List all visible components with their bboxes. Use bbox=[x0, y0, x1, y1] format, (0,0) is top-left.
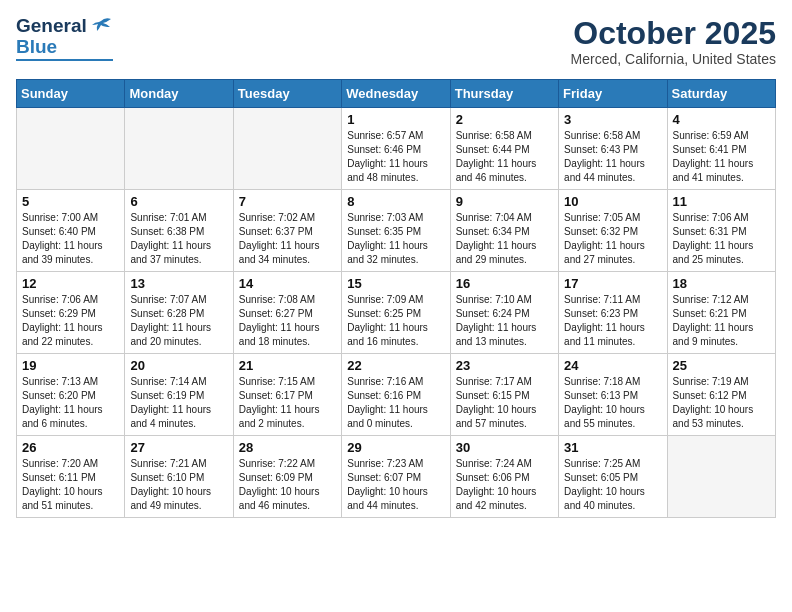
day-number: 3 bbox=[564, 112, 661, 127]
day-info: Sunrise: 7:25 AM Sunset: 6:05 PM Dayligh… bbox=[564, 457, 661, 513]
calendar-cell: 1Sunrise: 6:57 AM Sunset: 6:46 PM Daylig… bbox=[342, 108, 450, 190]
day-number: 12 bbox=[22, 276, 119, 291]
day-number: 14 bbox=[239, 276, 336, 291]
calendar-body: 1Sunrise: 6:57 AM Sunset: 6:46 PM Daylig… bbox=[17, 108, 776, 518]
calendar-cell bbox=[125, 108, 233, 190]
day-info: Sunrise: 7:21 AM Sunset: 6:10 PM Dayligh… bbox=[130, 457, 227, 513]
day-info: Sunrise: 7:16 AM Sunset: 6:16 PM Dayligh… bbox=[347, 375, 444, 431]
calendar-cell: 6Sunrise: 7:01 AM Sunset: 6:38 PM Daylig… bbox=[125, 190, 233, 272]
calendar-cell: 10Sunrise: 7:05 AM Sunset: 6:32 PM Dayli… bbox=[559, 190, 667, 272]
calendar-cell: 29Sunrise: 7:23 AM Sunset: 6:07 PM Dayli… bbox=[342, 436, 450, 518]
calendar-cell: 20Sunrise: 7:14 AM Sunset: 6:19 PM Dayli… bbox=[125, 354, 233, 436]
day-info: Sunrise: 7:13 AM Sunset: 6:20 PM Dayligh… bbox=[22, 375, 119, 431]
day-info: Sunrise: 7:00 AM Sunset: 6:40 PM Dayligh… bbox=[22, 211, 119, 267]
weekday-header-thursday: Thursday bbox=[450, 80, 558, 108]
weekday-header-saturday: Saturday bbox=[667, 80, 775, 108]
calendar-cell: 27Sunrise: 7:21 AM Sunset: 6:10 PM Dayli… bbox=[125, 436, 233, 518]
day-number: 5 bbox=[22, 194, 119, 209]
calendar-cell: 11Sunrise: 7:06 AM Sunset: 6:31 PM Dayli… bbox=[667, 190, 775, 272]
calendar-cell: 22Sunrise: 7:16 AM Sunset: 6:16 PM Dayli… bbox=[342, 354, 450, 436]
calendar-cell: 13Sunrise: 7:07 AM Sunset: 6:28 PM Dayli… bbox=[125, 272, 233, 354]
day-info: Sunrise: 7:08 AM Sunset: 6:27 PM Dayligh… bbox=[239, 293, 336, 349]
day-number: 13 bbox=[130, 276, 227, 291]
day-info: Sunrise: 7:17 AM Sunset: 6:15 PM Dayligh… bbox=[456, 375, 553, 431]
day-number: 1 bbox=[347, 112, 444, 127]
day-info: Sunrise: 7:03 AM Sunset: 6:35 PM Dayligh… bbox=[347, 211, 444, 267]
logo: General Blue bbox=[16, 16, 113, 61]
calendar-cell: 28Sunrise: 7:22 AM Sunset: 6:09 PM Dayli… bbox=[233, 436, 341, 518]
calendar-header: SundayMondayTuesdayWednesdayThursdayFrid… bbox=[17, 80, 776, 108]
location-subtitle: Merced, California, United States bbox=[571, 51, 776, 67]
month-title: October 2025 bbox=[571, 16, 776, 51]
day-number: 23 bbox=[456, 358, 553, 373]
logo-blue-text: Blue bbox=[16, 37, 57, 58]
day-number: 4 bbox=[673, 112, 770, 127]
weekday-header-tuesday: Tuesday bbox=[233, 80, 341, 108]
calendar-cell: 12Sunrise: 7:06 AM Sunset: 6:29 PM Dayli… bbox=[17, 272, 125, 354]
calendar-cell bbox=[233, 108, 341, 190]
calendar-cell: 21Sunrise: 7:15 AM Sunset: 6:17 PM Dayli… bbox=[233, 354, 341, 436]
calendar-cell: 18Sunrise: 7:12 AM Sunset: 6:21 PM Dayli… bbox=[667, 272, 775, 354]
day-info: Sunrise: 7:04 AM Sunset: 6:34 PM Dayligh… bbox=[456, 211, 553, 267]
calendar-cell bbox=[667, 436, 775, 518]
day-number: 9 bbox=[456, 194, 553, 209]
day-number: 31 bbox=[564, 440, 661, 455]
day-number: 21 bbox=[239, 358, 336, 373]
logo-general-text: General bbox=[16, 16, 87, 37]
day-info: Sunrise: 7:02 AM Sunset: 6:37 PM Dayligh… bbox=[239, 211, 336, 267]
day-number: 18 bbox=[673, 276, 770, 291]
weekday-header-monday: Monday bbox=[125, 80, 233, 108]
calendar-cell: 30Sunrise: 7:24 AM Sunset: 6:06 PM Dayli… bbox=[450, 436, 558, 518]
day-number: 7 bbox=[239, 194, 336, 209]
calendar-cell: 15Sunrise: 7:09 AM Sunset: 6:25 PM Dayli… bbox=[342, 272, 450, 354]
day-number: 15 bbox=[347, 276, 444, 291]
calendar-cell: 2Sunrise: 6:58 AM Sunset: 6:44 PM Daylig… bbox=[450, 108, 558, 190]
day-info: Sunrise: 7:01 AM Sunset: 6:38 PM Dayligh… bbox=[130, 211, 227, 267]
day-number: 28 bbox=[239, 440, 336, 455]
day-info: Sunrise: 7:05 AM Sunset: 6:32 PM Dayligh… bbox=[564, 211, 661, 267]
day-info: Sunrise: 7:15 AM Sunset: 6:17 PM Dayligh… bbox=[239, 375, 336, 431]
day-info: Sunrise: 7:19 AM Sunset: 6:12 PM Dayligh… bbox=[673, 375, 770, 431]
day-number: 29 bbox=[347, 440, 444, 455]
calendar-cell: 9Sunrise: 7:04 AM Sunset: 6:34 PM Daylig… bbox=[450, 190, 558, 272]
calendar-cell: 26Sunrise: 7:20 AM Sunset: 6:11 PM Dayli… bbox=[17, 436, 125, 518]
calendar-cell bbox=[17, 108, 125, 190]
day-number: 24 bbox=[564, 358, 661, 373]
calendar-cell: 14Sunrise: 7:08 AM Sunset: 6:27 PM Dayli… bbox=[233, 272, 341, 354]
calendar-cell: 19Sunrise: 7:13 AM Sunset: 6:20 PM Dayli… bbox=[17, 354, 125, 436]
calendar-cell: 25Sunrise: 7:19 AM Sunset: 6:12 PM Dayli… bbox=[667, 354, 775, 436]
day-info: Sunrise: 7:06 AM Sunset: 6:31 PM Dayligh… bbox=[673, 211, 770, 267]
day-info: Sunrise: 7:23 AM Sunset: 6:07 PM Dayligh… bbox=[347, 457, 444, 513]
day-number: 19 bbox=[22, 358, 119, 373]
calendar-cell: 7Sunrise: 7:02 AM Sunset: 6:37 PM Daylig… bbox=[233, 190, 341, 272]
logo-bird-icon bbox=[91, 17, 113, 35]
day-number: 17 bbox=[564, 276, 661, 291]
title-area: October 2025 Merced, California, United … bbox=[571, 16, 776, 67]
day-info: Sunrise: 7:07 AM Sunset: 6:28 PM Dayligh… bbox=[130, 293, 227, 349]
weekday-header-friday: Friday bbox=[559, 80, 667, 108]
calendar-cell: 16Sunrise: 7:10 AM Sunset: 6:24 PM Dayli… bbox=[450, 272, 558, 354]
calendar-cell: 23Sunrise: 7:17 AM Sunset: 6:15 PM Dayli… bbox=[450, 354, 558, 436]
day-info: Sunrise: 7:09 AM Sunset: 6:25 PM Dayligh… bbox=[347, 293, 444, 349]
calendar-cell: 31Sunrise: 7:25 AM Sunset: 6:05 PM Dayli… bbox=[559, 436, 667, 518]
day-info: Sunrise: 7:12 AM Sunset: 6:21 PM Dayligh… bbox=[673, 293, 770, 349]
calendar-cell: 8Sunrise: 7:03 AM Sunset: 6:35 PM Daylig… bbox=[342, 190, 450, 272]
day-number: 16 bbox=[456, 276, 553, 291]
day-number: 26 bbox=[22, 440, 119, 455]
day-info: Sunrise: 7:20 AM Sunset: 6:11 PM Dayligh… bbox=[22, 457, 119, 513]
day-info: Sunrise: 7:06 AM Sunset: 6:29 PM Dayligh… bbox=[22, 293, 119, 349]
day-info: Sunrise: 7:10 AM Sunset: 6:24 PM Dayligh… bbox=[456, 293, 553, 349]
day-info: Sunrise: 7:22 AM Sunset: 6:09 PM Dayligh… bbox=[239, 457, 336, 513]
calendar-week-4: 19Sunrise: 7:13 AM Sunset: 6:20 PM Dayli… bbox=[17, 354, 776, 436]
calendar-table: SundayMondayTuesdayWednesdayThursdayFrid… bbox=[16, 79, 776, 518]
logo-underline bbox=[16, 59, 113, 61]
weekday-header-row: SundayMondayTuesdayWednesdayThursdayFrid… bbox=[17, 80, 776, 108]
day-info: Sunrise: 7:14 AM Sunset: 6:19 PM Dayligh… bbox=[130, 375, 227, 431]
day-number: 2 bbox=[456, 112, 553, 127]
day-info: Sunrise: 6:59 AM Sunset: 6:41 PM Dayligh… bbox=[673, 129, 770, 185]
calendar-cell: 17Sunrise: 7:11 AM Sunset: 6:23 PM Dayli… bbox=[559, 272, 667, 354]
calendar-week-2: 5Sunrise: 7:00 AM Sunset: 6:40 PM Daylig… bbox=[17, 190, 776, 272]
day-info: Sunrise: 6:58 AM Sunset: 6:44 PM Dayligh… bbox=[456, 129, 553, 185]
day-info: Sunrise: 7:18 AM Sunset: 6:13 PM Dayligh… bbox=[564, 375, 661, 431]
day-number: 20 bbox=[130, 358, 227, 373]
